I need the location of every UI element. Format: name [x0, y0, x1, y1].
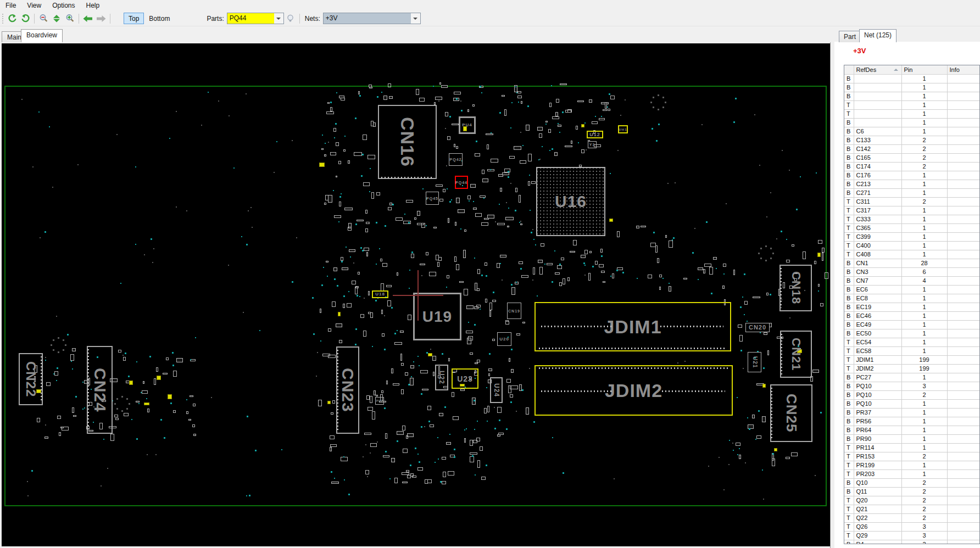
table-row[interactable]: BPR901: [844, 434, 980, 443]
table-row[interactable]: BCN36: [844, 267, 980, 276]
table-row[interactable]: B1: [844, 118, 980, 127]
component-cn25[interactable]: CN25: [770, 384, 812, 442]
table-row[interactable]: TPR1532: [844, 452, 980, 461]
table-row[interactable]: BPQ102: [844, 390, 980, 399]
col-refdes[interactable]: RefDes: [854, 65, 901, 74]
col-info[interactable]: Info: [947, 65, 980, 74]
table-row[interactable]: TJDIM1199: [844, 355, 980, 364]
nets-combobox[interactable]: +3V: [323, 13, 421, 24]
table-row[interactable]: BCN128: [844, 259, 980, 267]
highlight-bulb-button[interactable]: [284, 12, 297, 25]
table-row[interactable]: TC3331: [844, 215, 980, 223]
table-row[interactable]: TPR2031: [844, 469, 980, 478]
table-row[interactable]: TPR1991: [844, 461, 980, 469]
panel-splitter[interactable]: [830, 42, 834, 548]
table-row[interactable]: B1: [844, 74, 980, 83]
component-u12[interactable]: U12: [587, 131, 603, 138]
table-row[interactable]: BC1761: [844, 171, 980, 180]
table-row[interactable]: B1: [844, 83, 980, 92]
table-row[interactable]: B1: [844, 92, 980, 100]
table-row[interactable]: TQ293: [844, 531, 980, 540]
table-row[interactable]: TC3991: [844, 232, 980, 241]
table-row[interactable]: TC3112: [844, 197, 980, 206]
menu-view[interactable]: View: [21, 1, 47, 10]
panel-tab-part[interactable]: Part: [839, 31, 861, 42]
col-side[interactable]: [844, 65, 854, 74]
table-row[interactable]: BPQ101: [844, 399, 980, 408]
nav-back-button[interactable]: [81, 12, 94, 25]
table-row[interactable]: BCN74: [844, 276, 980, 285]
menu-file[interactable]: File: [0, 1, 21, 10]
menu-help[interactable]: Help: [81, 1, 105, 10]
component-cn22[interactable]: CN22: [19, 353, 43, 405]
component-cn24[interactable]: CN24: [87, 346, 113, 434]
table-row[interactable]: TC4001: [844, 241, 980, 250]
component-pu4[interactable]: PU4: [459, 116, 476, 134]
table-row[interactable]: BC1332: [844, 136, 980, 144]
table-row[interactable]: TQ263: [844, 522, 980, 531]
table-row[interactable]: BC2711: [844, 188, 980, 197]
nav-forward-button[interactable]: [94, 12, 108, 25]
table-row[interactable]: TC4081: [844, 250, 980, 259]
table-row[interactable]: BC1742: [844, 162, 980, 171]
table-row[interactable]: BC1422: [844, 144, 980, 153]
table-row[interactable]: BEC501: [844, 329, 980, 338]
component-cn18[interactable]: CN18: [779, 265, 812, 311]
component-cn23[interactable]: CN23: [336, 346, 359, 434]
component-u21[interactable]: U21: [748, 352, 761, 372]
table-row[interactable]: BEC81: [844, 294, 980, 303]
table-row[interactable]: BPR561: [844, 417, 980, 426]
rotate-ccw-button[interactable]: [5, 12, 19, 25]
table-row[interactable]: TQ202: [844, 496, 980, 505]
table-row[interactable]: BEC191: [844, 303, 980, 311]
component-u20[interactable]: U20: [497, 332, 511, 346]
component-pq44[interactable]: PQ44: [455, 176, 468, 189]
table-row[interactable]: BPQ103: [844, 382, 980, 390]
toolbar-grip[interactable]: [1, 14, 4, 24]
component-pu7[interactable]: PU7: [375, 397, 384, 405]
table-row[interactable]: BQ102: [844, 478, 980, 487]
component-u23[interactable]: U23: [452, 368, 478, 389]
board-canvas[interactable]: CN16U16U19JDIM1JDIM2CN22CN24CN23CN18CN20…: [2, 43, 830, 546]
table-row[interactable]: BC1652: [844, 153, 980, 162]
table-row[interactable]: BEC61: [844, 285, 980, 294]
table-row[interactable]: TPR1141: [844, 443, 980, 452]
zoom-fit-button[interactable]: [50, 12, 63, 25]
table-row[interactable]: BR42: [844, 540, 980, 544]
component-uh1[interactable]: UH1: [618, 125, 628, 133]
table-row[interactable]: TQ212: [844, 505, 980, 513]
component-cn20[interactable]: CN20: [745, 323, 770, 332]
component-u19[interactable]: U19: [413, 293, 461, 340]
parts-combobox[interactable]: PQ44: [227, 13, 284, 24]
side-bottom-button[interactable]: Bottom: [144, 13, 175, 24]
table-row[interactable]: BEC491: [844, 320, 980, 329]
table-row[interactable]: BPC271: [844, 373, 980, 382]
table-row[interactable]: T1: [844, 109, 980, 118]
table-row[interactable]: TC3171: [844, 206, 980, 215]
component-y3[interactable]: Y3: [588, 141, 597, 148]
table-row[interactable]: TJDIM2199: [844, 364, 980, 373]
table-row[interactable]: TEC581: [844, 346, 980, 355]
table-row[interactable]: BPR641: [844, 426, 980, 434]
component-jdim2[interactable]: JDIM2: [534, 365, 733, 416]
col-pin[interactable]: Pin: [901, 65, 947, 74]
component-cn21[interactable]: CN21: [780, 331, 812, 378]
zoom-out-button[interactable]: [37, 12, 50, 25]
component-jdim1[interactable]: JDIM1: [534, 302, 731, 351]
menu-options[interactable]: Options: [47, 1, 80, 10]
component-u24[interactable]: U24: [490, 377, 503, 403]
component-u16[interactable]: U16: [536, 167, 605, 236]
table-row[interactable]: BPR371: [844, 408, 980, 417]
component-pq42[interactable]: PQ42: [449, 153, 463, 166]
table-row[interactable]: BC61: [844, 127, 980, 136]
component-cn19[interactable]: CN19: [507, 303, 521, 319]
table-row[interactable]: BC2131: [844, 180, 980, 188]
side-top-button[interactable]: Top: [124, 13, 144, 24]
rotate-cw-button[interactable]: [19, 12, 32, 25]
tab-boardview[interactable]: Boardview: [21, 29, 63, 42]
table-row[interactable]: T1: [844, 100, 980, 109]
parts-combobox-arrow[interactable]: [274, 13, 283, 24]
table-row[interactable]: TQ222: [844, 513, 980, 522]
component-u18[interactable]: U18: [372, 290, 388, 298]
nets-combobox-arrow[interactable]: [411, 13, 420, 24]
